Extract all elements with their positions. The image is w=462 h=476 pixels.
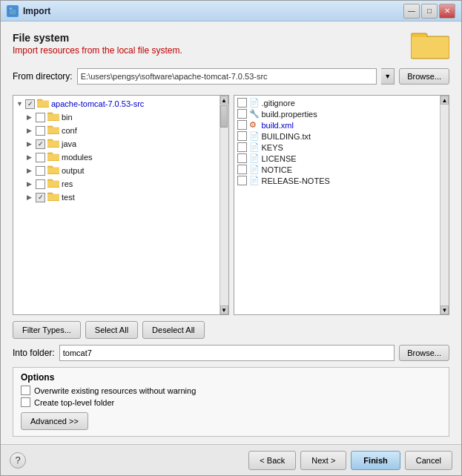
- tree-item-conf[interactable]: ▶ conf: [15, 124, 218, 137]
- build-xml-checkbox[interactable]: [237, 120, 247, 130]
- into-folder-browse-button[interactable]: Browse...: [399, 345, 449, 361]
- keys-icon: 📄: [249, 142, 260, 152]
- svg-rect-13: [47, 128, 59, 133]
- action-buttons-row: Filter Types... Select All Deselect All: [13, 321, 449, 339]
- into-folder-input[interactable]: [59, 345, 395, 361]
- cancel-button[interactable]: Cancel: [405, 451, 452, 470]
- file-item-gitignore[interactable]: 📄 .gitignore: [236, 97, 439, 108]
- release-notes-icon: 📄: [249, 176, 260, 185]
- conf-expand-arrow: ▶: [27, 127, 36, 134]
- back-button[interactable]: < Back: [248, 451, 296, 470]
- finish-button[interactable]: Finish: [351, 451, 400, 470]
- java-checkbox[interactable]: [36, 139, 45, 149]
- file-item-build-properties[interactable]: 🔧 build.properties: [236, 108, 439, 119]
- from-directory-dropdown[interactable]: ▼: [381, 68, 395, 85]
- release-notes-checkbox[interactable]: [237, 176, 247, 185]
- files-panel: 📄 .gitignore 🔧 build.properties ⚙ build.…: [234, 95, 450, 315]
- building-txt-label: BUILDING.txt: [262, 132, 311, 141]
- file-item-release-notes[interactable]: 📄 RELEASE-NOTES: [236, 175, 439, 186]
- next-button[interactable]: Next >: [300, 451, 346, 470]
- from-directory-browse-button[interactable]: Browse...: [399, 68, 449, 85]
- bin-checkbox[interactable]: [36, 113, 45, 122]
- tree-item-test[interactable]: ▶ test: [15, 191, 218, 204]
- bin-expand-arrow: ▶: [27, 113, 36, 121]
- modules-expand-arrow: ▶: [27, 153, 36, 161]
- file-item-license[interactable]: 📄 LICENSE: [236, 153, 439, 164]
- tree-panel-inner: ▼ apache-tomcat-7.0.53-src: [13, 96, 220, 314]
- java-folder-icon: [47, 138, 59, 150]
- license-checkbox[interactable]: [237, 153, 247, 163]
- top-level-checkbox[interactable]: [21, 397, 30, 407]
- modules-checkbox[interactable]: [36, 153, 45, 162]
- modules-folder-icon: [47, 151, 59, 163]
- minimize-button[interactable]: —: [403, 4, 420, 19]
- into-folder-row: Into folder: Browse...: [13, 345, 449, 361]
- svg-rect-7: [37, 101, 49, 107]
- overwrite-checkbox[interactable]: [21, 386, 30, 395]
- tree-item-java[interactable]: ▶ java: [15, 137, 218, 151]
- conf-checkbox[interactable]: [36, 126, 45, 136]
- from-directory-input[interactable]: [77, 68, 377, 85]
- tree-item-modules[interactable]: ▶ modules: [15, 151, 218, 164]
- files-scroll-up[interactable]: ▲: [440, 96, 449, 105]
- files-scroll-track: [440, 105, 449, 305]
- res-label: res: [62, 179, 73, 188]
- files-scroll-down[interactable]: ▼: [440, 305, 449, 314]
- filter-types-button[interactable]: Filter Types...: [13, 321, 81, 339]
- content-area: File system Import resources from the lo…: [1, 22, 461, 444]
- res-checkbox[interactable]: [36, 179, 45, 189]
- build-properties-checkbox[interactable]: [237, 109, 247, 119]
- tree-item-res[interactable]: ▶ res: [15, 177, 218, 191]
- output-checkbox[interactable]: [36, 166, 45, 176]
- tree-scroll-up[interactable]: ▲: [220, 96, 228, 105]
- tree-item-bin[interactable]: ▶ bin: [15, 110, 218, 124]
- tree-scroll-thumb[interactable]: [220, 105, 228, 128]
- notice-icon: 📄: [249, 165, 260, 174]
- tree-scroll-down[interactable]: ▼: [220, 305, 228, 314]
- from-directory-label: From directory:: [13, 71, 73, 82]
- root-checkbox[interactable]: [25, 99, 35, 109]
- root-folder-icon: [37, 98, 49, 110]
- file-item-notice[interactable]: 📄 NOTICE: [236, 164, 439, 175]
- root-expand-arrow: ▼: [16, 100, 25, 108]
- deselect-all-button[interactable]: Deselect All: [142, 321, 204, 339]
- conf-folder-icon: [47, 125, 59, 136]
- svg-rect-16: [47, 141, 59, 147]
- notice-checkbox[interactable]: [237, 165, 247, 174]
- top-level-label: Create top-level folder: [34, 398, 114, 407]
- tree-panel: ▼ apache-tomcat-7.0.53-src: [13, 95, 229, 315]
- options-group: Options Overwrite existing resources wit…: [13, 367, 449, 437]
- keys-checkbox[interactable]: [237, 142, 247, 152]
- test-checkbox[interactable]: [36, 193, 45, 202]
- into-folder-label: Into folder:: [13, 348, 55, 358]
- select-all-button[interactable]: Select All: [85, 321, 138, 339]
- gitignore-checkbox[interactable]: [237, 98, 247, 108]
- res-expand-arrow: ▶: [27, 180, 36, 188]
- svg-rect-1: [9, 7, 13, 10]
- file-item-build-xml[interactable]: ⚙ build.xml: [236, 119, 439, 130]
- tree-root-item[interactable]: ▼ apache-tomcat-7.0.53-src: [15, 97, 218, 110]
- help-button[interactable]: ?: [10, 452, 26, 469]
- window-icon: [7, 5, 19, 17]
- file-item-building-txt[interactable]: 📄 BUILDING.txt: [236, 130, 439, 142]
- conf-label: conf: [62, 126, 77, 135]
- tree-item-output[interactable]: ▶ output: [15, 164, 218, 177]
- advanced-button[interactable]: Advanced >>: [21, 412, 88, 430]
- header-area: File system Import resources from the lo…: [13, 32, 449, 62]
- maximize-button[interactable]: □: [421, 4, 438, 19]
- files-scrollbar[interactable]: ▲ ▼: [440, 96, 449, 314]
- from-directory-row: From directory: ▼ Browse...: [13, 68, 449, 85]
- tree-scroll-track: [220, 105, 228, 305]
- top-level-option-row: Create top-level folder: [21, 397, 441, 407]
- building-txt-checkbox[interactable]: [237, 131, 247, 141]
- close-button[interactable]: ✕: [439, 4, 455, 19]
- output-label: output: [62, 166, 85, 175]
- output-folder-icon: [47, 165, 59, 176]
- overwrite-option-row: Overwrite existing resources without war…: [21, 386, 441, 395]
- tree-scrollbar[interactable]: ▲ ▼: [220, 96, 228, 314]
- svg-rect-22: [47, 168, 59, 173]
- files-panel-inner: 📄 .gitignore 🔧 build.properties ⚙ build.…: [234, 96, 440, 314]
- file-item-keys[interactable]: 📄 KEYS: [236, 142, 439, 153]
- options-title: Options: [21, 372, 441, 383]
- res-folder-icon: [47, 178, 59, 190]
